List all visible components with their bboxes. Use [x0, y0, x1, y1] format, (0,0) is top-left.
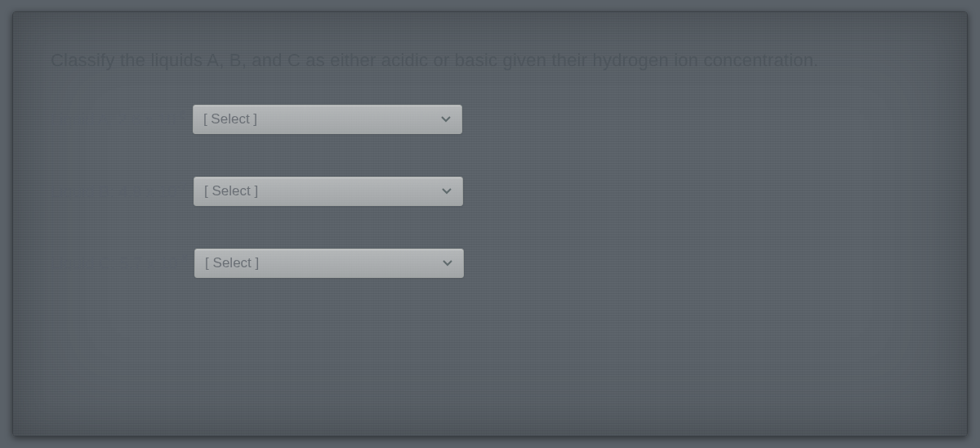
chevron-down-icon	[441, 186, 452, 197]
select-placeholder: [ Select ]	[203, 111, 440, 128]
liquid-c-label: Liquid C: 5.7 x 10-8	[51, 254, 188, 273]
question-prompt: Classify the liquids A, B, and C as eith…	[51, 47, 929, 74]
chevron-down-icon	[442, 258, 453, 269]
chevron-down-icon	[440, 114, 452, 125]
liquid-b-select[interactable]: [ Select ]	[194, 177, 463, 206]
liquid-row-c: Liquid C: 5.7 x 10-8 [ Select ]	[51, 249, 929, 278]
liquid-b-label: Liquid B: 4.8 x 10-7	[51, 182, 187, 201]
liquid-a-select[interactable]: [ Select ]	[193, 105, 462, 134]
liquid-c-select[interactable]: [ Select ]	[194, 249, 464, 278]
liquid-row-b: Liquid B: 4.8 x 10-7 [ Select ]	[51, 177, 929, 206]
select-placeholder: [ Select ]	[204, 183, 441, 199]
liquid-a-label: Liquid A: 2.6 x 10-6	[51, 110, 186, 129]
liquid-row-a: Liquid A: 2.6 x 10-6 [ Select ]	[51, 105, 929, 134]
screen-vignette	[13, 12, 967, 436]
select-placeholder: [ Select ]	[205, 255, 442, 271]
question-panel: Classify the liquids A, B, and C as eith…	[12, 11, 968, 437]
